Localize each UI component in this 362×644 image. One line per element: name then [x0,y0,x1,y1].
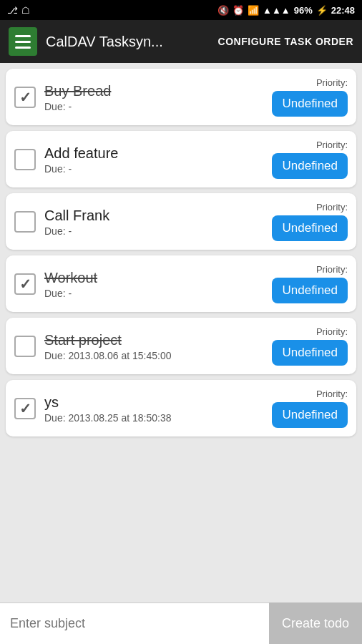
task-info: WorkoutDue: - [44,269,263,299]
priority-button[interactable]: Undefined [272,91,348,117]
app-title: CalDAV Tasksyn... [46,34,218,50]
status-right: 🔇 ⏰ 📶 ▲▲▲ 96% ⚡ 22:48 [217,5,355,16]
task-info: Start projectDue: 2013.08.06 at 15:45:00 [44,331,263,361]
priority-section: Priority:Undefined [272,77,348,117]
task-due: Due: 2013.08.25 at 18:50:38 [44,412,263,424]
top-bar: CalDAV Tasksyn... CONFIGURE TASK ORDER [0,20,362,63]
priority-label: Priority: [316,77,348,88]
task-info: ysDue: 2013.08.25 at 18:50:38 [44,394,263,424]
bottom-bar: Create todo [0,602,362,644]
priority-label: Priority: [316,389,348,399]
checkmark-icon: ✓ [19,90,31,104]
task-checkbox[interactable]: ✓ [14,273,36,295]
wifi-icon: 📶 [248,5,259,16]
priority-label: Priority: [316,202,348,213]
priority-button[interactable]: Undefined [272,278,348,303]
task-card: ✓Buy BreadDue: -Priority:Undefined [6,69,356,125]
task-list: ✓Buy BreadDue: -Priority:UndefinedAdd fe… [0,63,362,602]
task-name: ys [44,394,263,411]
task-info: Add featureDue: - [44,145,263,175]
configure-task-order-button[interactable]: CONFIGURE TASK ORDER [218,36,353,47]
task-checkbox[interactable] [14,211,36,233]
task-info: Buy BreadDue: - [44,82,263,112]
task-card: Call FrankDue: -Priority:Undefined [6,193,356,250]
task-card: ✓ysDue: 2013.08.25 at 18:50:38Priority:U… [6,380,356,436]
priority-section: Priority:Undefined [272,389,348,428]
subject-input[interactable] [0,602,269,644]
signal-icon: ▲▲▲ [263,5,290,16]
photo-icon: ☖ [21,5,30,16]
priority-label: Priority: [316,264,348,275]
create-todo-button[interactable]: Create todo [269,602,362,644]
task-card: ✓WorkoutDue: -Priority:Undefined [6,255,356,312]
task-due: Due: - [44,288,263,299]
task-due: Due: - [44,163,263,175]
task-checkbox[interactable] [14,336,36,357]
priority-label: Priority: [316,326,348,337]
task-name: Workout [44,269,263,286]
usb-icon: ⎇ [7,5,18,16]
clock: 22:48 [331,5,355,16]
task-due: Due: 2013.08.06 at 15:45:00 [44,350,263,361]
alarm-icon: ⏰ [233,5,244,16]
status-bar: ⎇ ☖ 🔇 ⏰ 📶 ▲▲▲ 96% ⚡ 22:48 [0,0,362,20]
mute-icon: 🔇 [217,5,229,16]
task-due: Due: - [44,225,263,237]
priority-section: Priority:Undefined [272,264,348,303]
task-name: Call Frank [44,207,263,224]
priority-section: Priority:Undefined [272,326,348,366]
priority-section: Priority:Undefined [272,202,348,241]
battery-icon: ⚡ [316,5,328,16]
priority-label: Priority: [316,140,348,150]
task-name: Buy Bread [44,82,263,99]
status-left: ⎇ ☖ [7,5,30,16]
task-card: Add featureDue: -Priority:Undefined [6,131,356,187]
checkmark-icon: ✓ [19,401,31,416]
task-checkbox[interactable] [14,149,36,170]
task-info: Call FrankDue: - [44,207,263,237]
task-due: Due: - [44,101,263,112]
priority-button[interactable]: Undefined [272,215,348,241]
priority-button[interactable]: Undefined [272,340,348,366]
task-name: Add feature [44,145,263,162]
task-checkbox[interactable]: ✓ [14,87,36,108]
task-card: Start projectDue: 2013.08.06 at 15:45:00… [6,318,356,374]
hamburger-menu-button[interactable] [9,27,37,56]
task-name: Start project [44,331,263,348]
battery-text: 96% [294,5,313,16]
priority-section: Priority:Undefined [272,140,348,179]
priority-button[interactable]: Undefined [272,153,348,179]
checkmark-icon: ✓ [19,277,31,291]
task-checkbox[interactable]: ✓ [14,398,36,419]
priority-button[interactable]: Undefined [272,402,348,428]
